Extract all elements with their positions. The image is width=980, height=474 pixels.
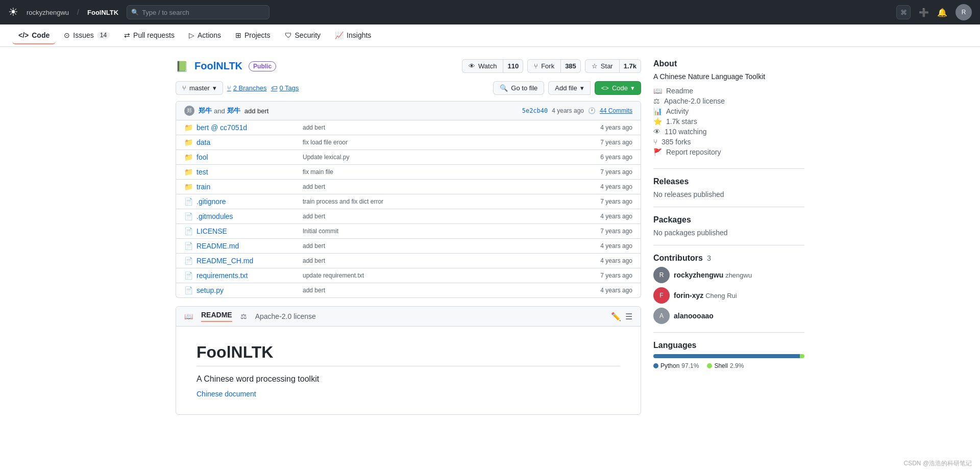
readme-actions: ✏️ ☰ [611,312,632,321]
forks-count-link[interactable]: 385 forks [662,138,691,146]
goto-file-button[interactable]: 🔍 Go to file [493,81,544,95]
top-nav: ☀ rockyzhengwu / FoolNLTK 🔍 Type / to se… [0,0,980,24]
nav-item-actions[interactable]: ▷ Actions [183,27,227,44]
file-name: data [197,138,299,146]
file-name-link[interactable]: .gitmodules [197,212,233,220]
report-repo-link[interactable]: Report repository [666,148,721,156]
file-time: 4 years ago [600,213,632,220]
code-button-group: <> Code ▾ [595,81,641,95]
branches-icon: ⑂ [227,84,231,92]
file-controls: ⑂ master ▾ ⑂ 2 Branches 🏷 0 Tags 🔍 Go to… [176,81,641,95]
file-name-link[interactable]: LICENSE [197,227,227,235]
report-link-item: 🚩 Report repository [653,148,804,156]
star-count-button[interactable]: 1.7k [620,59,641,73]
table-row: 📄 setup.py add bert 4 years ago [176,283,641,297]
fork-button[interactable]: ⑂ Fork [527,59,561,73]
readme-chinese-doc-link[interactable]: Chinese document [197,390,256,398]
plus-button[interactable]: ➕ [919,8,929,17]
nav-item-pullrequests[interactable]: ⇄ Pull requests [118,27,181,44]
file-name-link[interactable]: fool [197,153,208,161]
actions-icon: ▷ [189,31,194,39]
commits-count: 44 Commits [600,107,632,114]
star-count: 1.7k [624,62,636,70]
book-icon-2: 📖 [653,87,662,95]
file-name-link[interactable]: train [197,183,210,191]
file-icon: 📄 [184,197,192,206]
contributor-username[interactable]: alanoooaao [674,312,714,320]
add-file-button[interactable]: Add file ▾ [548,81,590,95]
file-name-link[interactable]: requirements.txt [197,271,248,280]
file-name-link[interactable]: .gitignore [197,197,226,206]
file-icon: 📄 [184,286,192,294]
search-bar[interactable]: 🔍 Type / to search [127,5,270,19]
stars-count-link[interactable]: 1.7k stars [666,117,697,126]
commits-count-link[interactable]: 44 Commits [600,107,632,114]
list-icon[interactable]: ☰ [625,312,632,321]
search-placeholder: Type / to search [142,9,189,16]
contributor-avatar: R [653,267,670,283]
folder-icon: 📁 [184,183,192,191]
table-row: 📄 .gitmodules add bert 4 years ago [176,209,641,224]
avatar[interactable]: R [955,4,972,20]
nav-item-insights[interactable]: 📈 Insights [329,27,377,44]
commit-author2: 郑牛 [227,106,240,115]
nav-item-issues[interactable]: ⊙ Issues 14 [58,27,116,44]
file-icon: 📄 [184,271,192,280]
contributor-username[interactable]: forin-xyz [674,291,703,300]
tags-count: 0 Tags [280,84,299,92]
file-name-link[interactable]: setup.py [197,286,224,294]
shell-lang-item[interactable]: Shell 2.9% [707,362,744,369]
license-about-link[interactable]: Apache-2.0 license [664,97,725,105]
nav-item-projects[interactable]: ⊞ Projects [229,27,277,44]
nav-item-code[interactable]: </> Code [12,27,56,44]
python-lang-item[interactable]: Python 97.1% [653,362,699,369]
nav-separator: / [77,8,79,16]
goto-file-label: Go to file [511,84,537,92]
tags-link[interactable]: 🏷 0 Tags [271,84,299,92]
pr-icon: ⇄ [124,31,130,39]
commit-author-avatar: 郑 [184,106,194,116]
file-name-link[interactable]: bert @ cc7051d [197,123,247,132]
command-palette-button[interactable]: ⌘ [896,5,911,19]
scale-icon-2: ⚖ [653,97,660,105]
file-name-link[interactable]: data [197,138,210,146]
file-commit-msg: Update lexical.py [303,154,596,161]
repo-sidebar: About A Chinese Nature Language Toolkit … [653,59,804,415]
watch-count-button[interactable]: 110 [503,59,523,73]
shell-lang-dot [707,363,712,368]
nav-reponame[interactable]: FoolNLTK [87,9,118,16]
contributors-section: Contributors 3 R rockyzhengwu zhengwu F … [653,245,804,324]
branch-selector[interactable]: ⑂ master ▾ [176,81,223,95]
code-label: Code [612,84,628,92]
branches-link[interactable]: ⑂ 2 Branches [227,84,267,92]
visibility-badge: Public [249,61,276,71]
file-name-link[interactable]: test [197,168,208,176]
readme-tab-active[interactable]: README [201,311,232,322]
watching-count-link[interactable]: 110 watching [665,128,707,136]
nav-item-security[interactable]: 🛡 Security [279,27,327,44]
folder-icon: 📁 [184,138,192,146]
watch-button[interactable]: 👁 Watch [462,59,503,73]
contributor-realname: Cheng Rui [705,292,737,300]
nav-projects-label: Projects [244,31,271,39]
star-button[interactable]: ☆ Star [585,59,620,73]
activity-about-link[interactable]: Activity [666,107,689,115]
repo-title[interactable]: FoolNLTK [194,60,242,72]
insights-icon: 📈 [335,31,344,39]
file-name-link[interactable]: README.md [197,242,239,250]
star-label: Star [601,62,613,70]
edit-icon[interactable]: ✏️ [611,312,621,321]
file-time: 4 years ago [600,183,632,190]
nav-username[interactable]: rockyzhengwu [27,9,69,16]
watching-link-item: 👁 110 watching [653,128,804,136]
file-name-link[interactable]: README_CH.md [197,257,253,265]
contributor-username[interactable]: rockyzhengwu [674,271,723,279]
notifications-icon[interactable]: 🔔 [937,8,947,17]
shell-bar-segment [800,354,804,358]
code-button[interactable]: <> Code ▾ [595,81,641,95]
readme-about-link[interactable]: Readme [666,87,693,95]
fork-count-button[interactable]: 385 [561,59,581,73]
readme-tab-license[interactable]: Apache-2.0 license [255,312,316,320]
commit-hash[interactable]: 5e2cb40 [522,107,548,114]
commit-header: 郑 郑牛 and 郑牛 add bert 5e2cb40 4 years ago… [176,102,641,120]
